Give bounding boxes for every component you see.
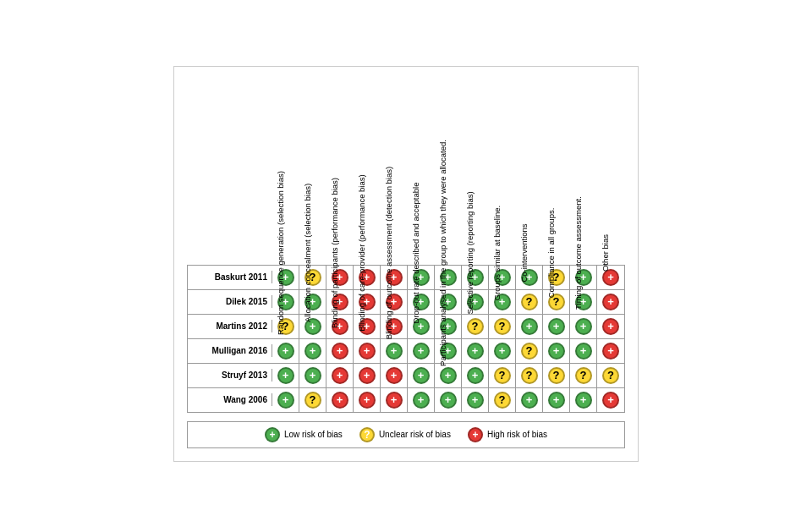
row-label: Wang 2006 bbox=[188, 393, 272, 406]
bias-circle: ? bbox=[494, 318, 511, 335]
table-row: Dilek 2015+++++++++??++ bbox=[187, 289, 625, 314]
bias-circle: + bbox=[386, 343, 403, 360]
col-header-label-1: Allocation concealment (selection bias) bbox=[303, 183, 312, 321]
cell-4-10: ? bbox=[543, 364, 570, 387]
bias-circle: + bbox=[494, 343, 511, 360]
col-header-label-7: Selective reporting (reporting bias) bbox=[465, 191, 475, 314]
bias-circle: ? bbox=[521, 294, 538, 310]
legend-item-1: ?Unclear risk of bias bbox=[359, 427, 451, 442]
legend-label: Low risk of bias bbox=[284, 430, 343, 439]
bias-circle: + bbox=[440, 392, 457, 409]
bias-circle: + bbox=[413, 343, 430, 360]
cell-3-9: ? bbox=[516, 339, 543, 363]
cell-4-1: + bbox=[299, 364, 326, 387]
cell-2-12: + bbox=[597, 315, 624, 338]
bias-circle: + bbox=[332, 392, 348, 409]
cell-5-2: + bbox=[326, 388, 354, 412]
cell-5-5: + bbox=[408, 388, 435, 412]
cell-3-1: + bbox=[299, 339, 326, 363]
cell-3-4: + bbox=[381, 339, 408, 363]
cell-5-7: + bbox=[462, 388, 489, 412]
bias-circle: + bbox=[548, 392, 565, 409]
bias-circle: + bbox=[359, 392, 376, 409]
cell-3-8: + bbox=[489, 339, 516, 363]
bias-circle: + bbox=[548, 318, 565, 335]
cell-5-1: ? bbox=[299, 388, 326, 412]
col-header-9: Co-interventions bbox=[515, 75, 542, 261]
bias-circle: + bbox=[386, 367, 403, 384]
cell-2-8: ? bbox=[489, 315, 516, 338]
bias-circle: ? bbox=[494, 367, 511, 384]
cell-1-9: ? bbox=[516, 290, 543, 314]
col-header-label-10: Compliance in all groups. bbox=[546, 207, 556, 298]
bias-circle: ? bbox=[548, 367, 565, 384]
table-row: Wang 2006+?++++++?++++ bbox=[187, 387, 625, 413]
col-header-label-9: Co-interventions bbox=[519, 223, 529, 282]
cell-4-4: + bbox=[381, 364, 408, 387]
legend-label: High risk of bias bbox=[487, 430, 547, 439]
bias-circle: + bbox=[413, 367, 430, 384]
cell-2-9: + bbox=[516, 315, 543, 338]
row-label: Dilek 2015 bbox=[188, 295, 272, 308]
cell-3-0: + bbox=[272, 339, 299, 363]
legend-item-2: +High risk of bias bbox=[468, 427, 547, 442]
bias-circle: + bbox=[575, 392, 592, 409]
col-header-11: Timing of outcome assessment. bbox=[569, 75, 596, 261]
cell-4-7: + bbox=[462, 364, 489, 387]
col-header-10: Compliance in all groups. bbox=[542, 75, 569, 261]
bias-circle: + bbox=[467, 343, 484, 360]
bias-circle: + bbox=[548, 343, 565, 360]
legend: +Low risk of bias?Unclear risk of bias+H… bbox=[187, 421, 625, 448]
cell-1-12: + bbox=[597, 290, 624, 314]
col-header-4: Blinding of outcome assessment (detectio… bbox=[380, 75, 407, 261]
cell-4-6: + bbox=[435, 364, 462, 387]
bias-circle: + bbox=[332, 367, 348, 384]
table-row: Mulligan 2016+++++++++?+++ bbox=[187, 338, 625, 363]
bias-circle: + bbox=[359, 343, 376, 360]
table-row: Baskurt 2011+?++++++++?++ bbox=[187, 265, 625, 289]
col-header-8: Groups similar at baseline. bbox=[488, 75, 515, 261]
cell-5-12: + bbox=[597, 388, 624, 412]
bias-circle: + bbox=[440, 367, 457, 384]
legend-circle: ? bbox=[359, 427, 375, 442]
cell-5-0: + bbox=[272, 388, 299, 412]
col-header-6: Participants analysed in the group to wh… bbox=[434, 75, 461, 261]
cell-3-11: + bbox=[570, 339, 597, 363]
col-header-0: Random sequence generation (selection bi… bbox=[272, 75, 299, 261]
bias-circle: + bbox=[602, 392, 619, 409]
cell-5-6: + bbox=[435, 388, 462, 412]
legend-circle: + bbox=[468, 427, 483, 442]
data-rows: Baskurt 2011+?++++++++?++Dilek 2015+++++… bbox=[187, 265, 625, 413]
bias-circle: ? bbox=[494, 392, 511, 409]
table-area: Random sequence generation (selection bi… bbox=[187, 75, 625, 413]
legend-label: Unclear risk of bias bbox=[379, 430, 451, 439]
col-header-12: Other bias bbox=[596, 75, 623, 261]
table-row: Struyf 2013++++++++????? bbox=[187, 363, 625, 387]
cell-5-3: + bbox=[354, 388, 381, 412]
legend-circle: + bbox=[265, 427, 280, 442]
col-header-label-6: Participants analysed in the group to wh… bbox=[438, 140, 447, 366]
header-row: Random sequence generation (selection bi… bbox=[272, 75, 625, 261]
col-header-label-8: Groups similar at baseline. bbox=[492, 205, 502, 299]
bias-circle: + bbox=[386, 392, 403, 409]
cell-5-10: + bbox=[543, 388, 570, 412]
col-header-label-11: Timing of outcome assessment. bbox=[573, 196, 583, 310]
col-header-label-12: Other bias bbox=[601, 234, 610, 272]
cell-3-2: + bbox=[326, 339, 354, 363]
col-header-label-4: Blinding of outcome assessment (detectio… bbox=[384, 166, 393, 338]
cell-3-5: + bbox=[408, 339, 435, 363]
col-header-label-5: Drop-out rate described and acceptable bbox=[411, 182, 420, 323]
cell-4-2: + bbox=[326, 364, 354, 387]
bias-circle: ? bbox=[602, 367, 619, 384]
legend-item-0: +Low risk of bias bbox=[265, 427, 343, 442]
col-header-5: Drop-out rate described and acceptable bbox=[407, 75, 434, 261]
cell-3-7: + bbox=[462, 339, 489, 363]
row-label: Baskurt 2011 bbox=[188, 271, 272, 283]
bias-circle: + bbox=[277, 367, 294, 384]
bias-circle: + bbox=[277, 343, 294, 360]
table-row: Martins 2012?++++++??++++ bbox=[187, 314, 625, 338]
row-label: Martins 2012 bbox=[188, 320, 272, 332]
cell-4-12: ? bbox=[597, 364, 624, 387]
bias-circle: + bbox=[575, 318, 592, 335]
bias-circle: + bbox=[521, 392, 538, 409]
